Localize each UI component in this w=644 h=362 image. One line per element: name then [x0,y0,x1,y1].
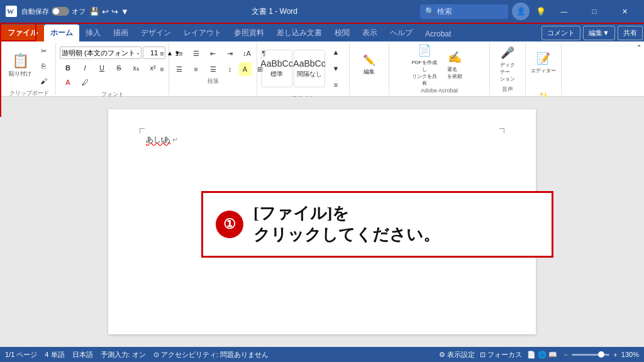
tab-draw[interactable]: 描画 [107,25,135,41]
styles-nav: ▲ ▼ ≡ [326,44,345,93]
document-text: あしtあ [146,135,170,144]
styles-up-button[interactable]: ▲ [328,45,344,59]
view-mode-buttons: 📄 🌐 📖 [527,351,557,359]
red-left-border [0,23,1,117]
cursor-indicator: ↵ [172,136,178,143]
tab-references[interactable]: 参照資料 [228,25,270,41]
zoom-in-button[interactable]: ＋ [612,350,619,359]
tab-help[interactable]: ヘルプ [384,25,419,41]
style-normal-button[interactable]: AaBbCc 標準 [261,50,292,87]
font-name-input[interactable] [60,47,142,59]
share-button[interactable]: 共有 [618,26,643,40]
styles-group: AaBbCc 標準 AaBbCc 間隔なし ▲ ▼ ≡ スタイル [257,43,350,95]
bold-button[interactable]: B [60,61,76,75]
view-settings-icon: ⚙ [439,351,445,359]
save-icon[interactable]: 💾 [89,7,99,16]
dictation-button[interactable]: 🎤 ディクテーション [494,45,521,83]
paste-icon: 📋 [12,54,29,68]
zoom-thumb [598,351,604,358]
cut-button[interactable]: ✂ [35,44,52,58]
print-view-button[interactable]: 📄 [527,351,536,359]
line-spacing-button[interactable]: ↕ [222,62,238,76]
comment-button[interactable]: コメント [541,26,580,40]
red-top-border [0,23,644,24]
paste-button[interactable]: 📋 貼り付け [6,47,34,85]
format-painter-button[interactable]: 🖌 [35,74,52,88]
autosave-toggle[interactable] [52,7,69,16]
highlight-button[interactable]: 🖊 [77,75,93,89]
read-view-button[interactable]: 📖 [548,351,557,359]
view-settings-text: 表示設定 [447,350,475,359]
align-center-button[interactable]: ☰ [171,62,187,76]
document-content[interactable]: あしtあ ↵ [146,134,498,145]
tab-design[interactable]: デザイン [135,25,177,41]
styles-more-button[interactable]: ≡ [328,78,344,92]
shading-button[interactable]: A [239,62,252,76]
align-left-button[interactable]: ≡ [154,62,170,76]
focus-button[interactable]: ⊡ フォーカス [480,350,522,359]
voice-group: 🎤 ディクテーション 音声 [490,43,526,95]
zoom-out-button[interactable]: － [562,350,569,359]
page-count: 1/1 ページ [5,350,37,359]
undo-icon[interactable]: ↩ [102,7,109,16]
bullets-button[interactable]: ≡ [154,47,170,60]
maximize-button[interactable]: □ [580,1,609,21]
copy-button[interactable]: ⎘ [35,59,52,73]
tab-mailings[interactable]: 差し込み文書 [270,25,328,41]
pdf-create-button[interactable]: 📄 PDFを作成しリンクを共有 [411,47,438,84]
minimize-button[interactable]: — [550,1,579,21]
redo-icon[interactable]: ↪ [111,7,118,16]
strikethrough-button[interactable]: S [111,61,127,75]
indent-increase-button[interactable]: ⇥ [222,47,238,60]
language-text: 日本語 [72,350,93,359]
prediction-text: 予測入力: オン [101,350,146,359]
voice-content: 🎤 ディクテーション [494,44,521,84]
tab-file[interactable]: ファイル [1,25,44,41]
editor-button[interactable]: 📝 エディター [530,44,557,82]
subscript-button[interactable]: x₂ [128,61,144,75]
tab-layout[interactable]: レイアウト [177,25,228,41]
focus-icon: ⊡ [480,351,486,359]
edit-button[interactable]: 編集▼ [583,26,615,40]
italic-button[interactable]: I [77,61,93,75]
close-button[interactable]: ✕ [610,1,639,21]
user-icon[interactable]: 👤 [512,3,530,20]
font-color-button[interactable]: A [60,75,76,89]
tab-view[interactable]: 表示 [356,25,384,41]
align-right-button[interactable]: ≡ [188,62,204,76]
view-settings-button[interactable]: ⚙ 表示設定 [439,350,475,359]
customize-icon[interactable]: ▼ [121,7,129,16]
accessibility-text: アクセシビリティ: 問題ありません [161,350,269,359]
search-label: 検索 [437,6,452,17]
document-container: あしtあ ↵ ① [ファイル]を クリックしてください。 [0,97,644,347]
zoom-level: 130% [621,351,639,358]
tab-acrobat[interactable]: Acrobat [419,26,457,41]
tab-insert[interactable]: 挿入 [79,25,107,41]
numbering-button[interactable]: 1≡ [171,47,187,60]
ribbon-collapse-button[interactable]: ⌃ [636,44,641,51]
adobe-content: 📄 PDFを作成しリンクを共有 ✍️ 署名を依頼 [411,44,469,86]
status-right-items: ⚙ 表示設定 ⊡ フォーカス 📄 🌐 📖 － ＋ 130% [439,350,639,359]
styles-down-button[interactable]: ▼ [328,62,344,75]
signature-button[interactable]: ✍️ 署名を依頼 [441,47,469,84]
web-view-button[interactable]: 🌐 [538,351,547,359]
annotation-text: [ファイル]を クリックしてください。 [253,203,440,246]
language-indicator: 日本語 [72,350,93,359]
search-box[interactable]: 🔍 検索 [420,4,508,19]
style-nospacing-button[interactable]: AaBbCc 間隔なし [294,50,325,87]
tab-home[interactable]: ホーム [44,25,79,41]
editor-label: エディター [531,67,556,74]
settings-icon[interactable]: 💡 [536,7,546,16]
indent-decrease-button[interactable]: ⇤ [205,47,221,60]
status-bar: 1/1 ページ 4 単語 日本語 予測入力: オン ⊙ アクセシビリティ: 問題… [0,347,644,362]
zoom-slider[interactable] [572,354,609,356]
tab-review[interactable]: 校閲 [328,25,356,41]
zoom-controls: － ＋ 130% [562,350,639,359]
underline-button[interactable]: U [94,61,110,75]
editing-button[interactable]: ✏️ 編集 [353,54,385,76]
font-controls: ▲ ▼ B I U S x₂ x² A 🖊 [60,44,165,89]
sort-button[interactable]: ↕A [239,47,255,60]
word-count: 4 単語 [45,350,64,359]
justify-button[interactable]: ☰ [205,62,221,76]
multilevel-button[interactable]: ☰ [188,47,204,60]
